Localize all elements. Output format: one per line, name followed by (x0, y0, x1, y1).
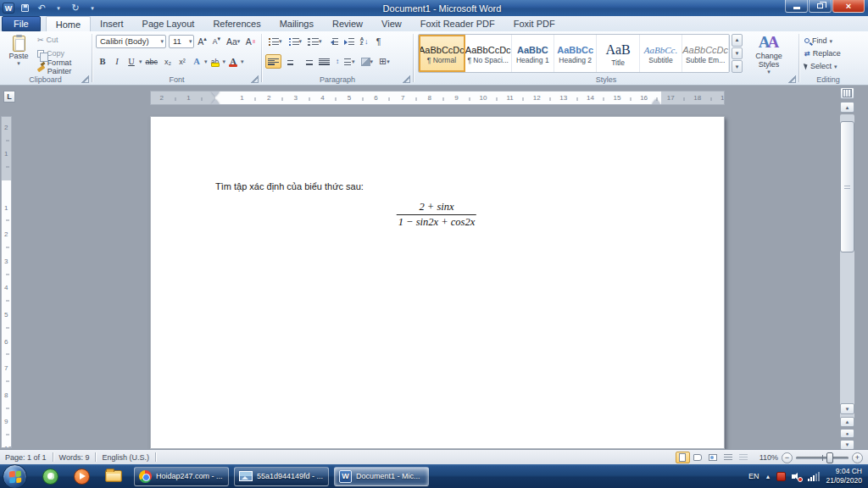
underline-dropdown[interactable]: ▾ (139, 58, 142, 64)
paste-button[interactable]: Paste ▾ (3, 33, 35, 72)
qat-customize-button[interactable]: ▾ (86, 2, 99, 14)
font-family-select[interactable]: Calibri (Body)▾ (96, 35, 166, 48)
underline-button[interactable]: U (125, 54, 138, 69)
grow-font-button[interactable]: A▴ (195, 34, 209, 48)
replace-button[interactable]: ⇄ Replace (800, 47, 856, 59)
restore-button[interactable] (809, 0, 832, 13)
shading-button[interactable]: ▾ (359, 54, 376, 69)
scrollbar-thumb[interactable] (840, 121, 854, 252)
align-right-button[interactable] (299, 54, 315, 69)
style-no-spacing[interactable]: AaBbCcDc ¶ No Spaci... (465, 35, 512, 72)
highlight-button[interactable]: ab (209, 54, 222, 69)
find-button[interactable]: Find ▾ (800, 34, 856, 47)
undo-dropdown[interactable]: ▾ (52, 2, 65, 14)
tab-foxit-pdf[interactable]: Foxit PDF (504, 16, 565, 31)
previous-page-button[interactable]: ▲ (840, 417, 854, 427)
tab-review[interactable]: Review (323, 16, 372, 31)
undo-button[interactable]: ↶ (35, 2, 48, 14)
tab-home[interactable]: Home (46, 16, 91, 31)
first-line-indent-marker[interactable] (211, 92, 220, 97)
outline-view-button[interactable] (721, 452, 736, 463)
word-count[interactable]: Words: 9 (59, 453, 90, 462)
language-tray-indicator[interactable]: EN (748, 472, 760, 480)
print-layout-view-button[interactable] (676, 452, 690, 463)
taskbar-image-window[interactable]: 55a1d944149fd - ... (234, 467, 329, 486)
multilevel-list-button[interactable]: ▾ (305, 34, 325, 48)
clipboard-dialog-launcher[interactable] (81, 75, 89, 83)
scroll-up-button[interactable]: ▴ (840, 102, 854, 113)
taskbar-chrome-window[interactable]: Hoidap247.com - ... (134, 467, 229, 486)
zoom-level[interactable]: 110% (760, 453, 778, 462)
tab-mailings[interactable]: Mailings (270, 16, 323, 31)
file-explorer-icon[interactable] (105, 470, 122, 482)
numbering-button[interactable]: ▾ (286, 34, 305, 48)
language-indicator[interactable]: English (U.S.) (102, 453, 149, 462)
web-layout-view-button[interactable] (706, 452, 721, 463)
italic-button[interactable]: I (110, 54, 124, 69)
start-button[interactable] (3, 464, 27, 488)
horizontal-ruler[interactable]: 2112345678910111213141516171819 (150, 91, 725, 105)
tab-stop-selector[interactable]: L (3, 91, 15, 103)
change-styles-button[interactable]: AA Change Styles ▾ (747, 33, 791, 74)
bullets-button[interactable]: ▾ (265, 34, 285, 48)
minimize-button[interactable] (785, 0, 808, 13)
scroll-down-button[interactable]: ▾ (840, 403, 854, 414)
change-case-button[interactable]: Aa▾ (224, 34, 242, 48)
clear-formatting-button[interactable]: A (243, 34, 258, 48)
borders-button[interactable]: ⊞▾ (376, 54, 392, 69)
save-button[interactable] (18, 2, 31, 14)
styles-scroll-up-button[interactable]: ▲ (732, 34, 743, 47)
select-browse-object-button[interactable]: ● (840, 429, 854, 438)
tab-references[interactable]: References (203, 16, 270, 31)
coccoc-browser-icon[interactable] (42, 469, 58, 485)
styles-scroll-down-button[interactable]: ▼ (732, 47, 743, 60)
left-indent-marker[interactable] (211, 99, 220, 104)
shrink-font-button[interactable]: A▾ (209, 34, 223, 48)
highlight-dropdown[interactable]: ▾ (223, 58, 226, 64)
text-effects-button[interactable]: A (190, 54, 203, 69)
network-signal-icon[interactable] (808, 472, 820, 481)
style-normal[interactable]: AaBbCcDc ¶ Normal (419, 35, 465, 72)
styles-more-button[interactable]: ▼ (732, 60, 743, 73)
tab-view[interactable]: View (372, 16, 411, 31)
redo-button[interactable]: ↻ (69, 2, 82, 14)
font-color-dropdown[interactable]: ▾ (241, 58, 244, 64)
tab-page-layout[interactable]: Page Layout (133, 16, 204, 31)
ruler-toggle-button[interactable] (840, 87, 854, 99)
tab-foxit-reader-pdf[interactable]: Foxit Reader PDF (411, 16, 504, 31)
increase-indent-button[interactable] (342, 34, 357, 48)
align-center-button[interactable] (282, 54, 298, 69)
document-page[interactable]: Tìm tập xác định của biểu thức sau: 2 + … (150, 116, 725, 449)
strikethrough-button[interactable]: abc (143, 54, 161, 69)
text-effects-dropdown[interactable]: ▾ (204, 58, 208, 64)
clock[interactable]: 9:04 CH 21/09/2020 (826, 467, 865, 485)
zoom-slider[interactable] (796, 457, 849, 459)
style-title[interactable]: AaB Title (597, 35, 639, 72)
copy-button[interactable]: Copy (37, 47, 91, 59)
select-button[interactable]: Select ▾ (800, 59, 856, 72)
media-player-icon[interactable] (74, 469, 90, 485)
zoom-in-button[interactable]: + (852, 452, 863, 463)
align-left-button[interactable] (265, 54, 281, 69)
vertical-ruler[interactable]: 21123456789101112 (1, 116, 12, 448)
subscript-button[interactable]: x₂ (161, 54, 175, 69)
style-subtle-emphasis[interactable]: AaBbCcDc Subtle Em... (682, 35, 729, 72)
line-spacing-button[interactable]: ↕▾ (333, 54, 358, 69)
antivirus-tray-icon[interactable] (776, 472, 786, 481)
page-count[interactable]: Page: 1 of 1 (5, 453, 47, 462)
superscript-button[interactable]: x² (175, 54, 189, 69)
zoom-out-button[interactable]: − (782, 452, 793, 463)
decrease-indent-button[interactable] (326, 34, 341, 48)
paragraph-dialog-launcher[interactable] (403, 75, 410, 83)
taskbar-word-window[interactable]: W Document1 - Mic... (334, 467, 429, 486)
style-subtitle[interactable]: AaBbCc. Subtitle (640, 35, 682, 72)
close-button[interactable]: × (832, 0, 865, 13)
zoom-slider-thumb[interactable] (826, 452, 833, 463)
cut-button[interactable]: ✂ Cut (37, 34, 91, 46)
bold-button[interactable]: B (96, 54, 109, 69)
format-painter-button[interactable]: Format Painter (37, 61, 91, 73)
tab-insert[interactable]: Insert (91, 16, 133, 31)
styles-dialog-launcher[interactable] (788, 75, 796, 83)
show-hidden-icons-button[interactable]: ▲ (765, 474, 771, 480)
justify-button[interactable] (316, 54, 332, 69)
